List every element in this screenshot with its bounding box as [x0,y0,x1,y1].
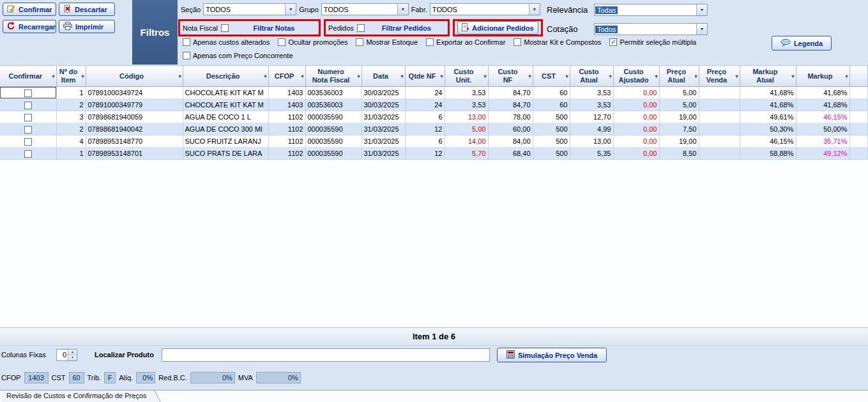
row-confirm-checkbox[interactable] [24,150,32,158]
row-confirm-checkbox[interactable] [24,102,32,109]
column-dropdown-icon[interactable]: ▾ [565,73,568,79]
row-confirm-checkbox[interactable] [24,114,32,121]
checkbox-apenas-com-preco-concorrente[interactable]: Apenas com Preço Concorrente [183,52,293,59]
confirmar-button[interactable]: Confirmar [3,3,56,16]
cell-confirmar [0,111,56,123]
grupo-combobox[interactable]: TODOS ▾ [321,3,409,15]
column-header-custo-unit[interactable]: Custo Unit.▾ [445,66,488,87]
cell-codigo: 07891000349724 [86,87,183,99]
cell-preco-atual: 7,50 [659,123,699,135]
cell-custo-nf: 84,00 [488,135,533,148]
stepper-up-icon[interactable]: ▲ [68,350,77,355]
grid-row-3[interactable]: 307898681940059AGUA DE COCO 1 L110200003… [0,111,868,123]
column-header-custo-atual[interactable]: Custo Atual▾ [570,66,613,87]
column-dropdown-icon[interactable]: ▾ [81,73,84,79]
item-counter-bar: Item 1 de 6 [0,328,868,346]
secao-combobox[interactable]: TODOS ▾ [203,3,296,15]
filtrar-notas-label[interactable]: Filtrar Notas [232,24,316,32]
chevron-down-icon[interactable]: ▾ [397,4,408,15]
imprimir-icon [63,22,72,31]
row-confirm-checkbox[interactable] [24,126,32,134]
cell-qtde-nf: 12 [405,148,445,160]
column-dropdown-icon[interactable]: ▾ [694,73,697,79]
column-header-qtde-nf[interactable]: Qtde NF▾ [405,66,445,87]
column-header-descricao[interactable]: Descrição▾ [183,66,268,87]
fabr-combobox[interactable]: TODOS ▾ [430,3,540,15]
status-fields: CFOP1403CST60Trib.FAlíq.0%Red.B.C.0%MVA0… [1,371,301,385]
localizar-produto-input[interactable] [162,348,490,362]
relevancia-combobox[interactable]: Todas ▾ [594,4,708,16]
column-dropdown-icon[interactable]: ▾ [440,73,443,79]
legenda-button[interactable]: Legenda [772,36,832,50]
grid-row-6[interactable]: 107898953148701SUCO PRATS DE LARA1102000… [0,148,868,160]
column-header-cst[interactable]: CST▾ [533,66,570,87]
column-header-label: CST [535,72,568,81]
filtrar-pedidos-checkbox[interactable] [357,24,365,32]
checkbox-apenas-custos-alterados[interactable]: Apenas custos alterados [183,38,270,46]
column-dropdown-icon[interactable]: ▾ [301,73,303,79]
chevron-down-icon[interactable]: ▾ [285,4,296,15]
cell-markup: 46,15% [796,111,849,123]
column-header-data[interactable]: Data▾ [362,66,405,87]
tab-revisao-de-custos[interactable]: Revisão de Custos e Confirmação de Preço… [1,390,152,402]
grid-row-2[interactable]: 207891000349779CHOCOLATE KIT KAT M140300… [0,99,868,111]
column-header-custo-ajustado[interactable]: Custo Ajustado▾ [613,66,659,87]
cell-preco-venda [699,111,740,123]
cell-custo-ajustado: 0,00 [613,123,659,135]
column-dropdown-icon[interactable]: ▾ [655,73,657,79]
chevron-down-icon[interactable]: ▾ [529,4,540,15]
column-dropdown-icon[interactable]: ▾ [609,73,611,79]
column-dropdown-icon[interactable]: ▾ [483,73,486,79]
cell-cst: 500 [533,111,570,123]
column-header-numero-nota-fiscal[interactable]: Numero Nota Fiscal▾ [305,66,362,87]
grupo-label: Grupo [299,6,319,13]
column-header-cfop[interactable]: CFOP▾ [268,66,305,87]
column-dropdown-icon[interactable]: ▾ [735,73,738,79]
grid-row-4[interactable]: 207898681940042AGUA DE COCO 300 MI110200… [0,123,868,135]
chevron-down-icon[interactable]: ▾ [696,4,707,15]
checkbox-box-icon [514,38,521,46]
chevron-down-icon[interactable]: ▾ [696,24,707,35]
recarregar-button[interactable]: Recarregar [3,20,56,33]
column-header-n-do-item[interactable]: Nº do Item▾ [56,66,86,87]
column-dropdown-icon[interactable]: ▾ [357,73,360,79]
simulacao-preco-venda-button[interactable]: Simulação Preço Venda [497,348,607,362]
row-confirm-checkbox[interactable] [24,138,32,146]
column-dropdown-icon[interactable]: ▾ [264,73,266,79]
colunas-fixas-stepper[interactable]: 0 ▲ ▼ [56,349,77,361]
cell-markup-atual: 46,15% [740,135,796,148]
checkbox-permitir-selecao-multipla[interactable]: ✓Permitir seleção múltipla [609,38,696,46]
column-header-label: Qtde NF [407,72,443,81]
grid-row-1[interactable]: 107891000349724CHOCOLATE KIT KAT M140300… [0,87,868,99]
imprimir-button[interactable]: Imprimir [59,20,115,33]
filtrar-pedidos-label[interactable]: Filtrar Pedidos [368,24,445,32]
adicionar-pedidos-button[interactable]: Adicionar Pedidos [457,21,538,35]
column-header-markup-atual[interactable]: Markup Atual▾ [740,66,796,87]
column-header-custo-nf[interactable]: Custo NF▾ [488,66,533,87]
row-confirm-checkbox[interactable] [24,89,32,97]
checkbox-mostrar-kit-e-compostos[interactable]: Mostrar Kit e Compostos [514,38,601,46]
grid-row-5[interactable]: 407898953148770SUCO FRUITZ LARANJ1102000… [0,135,868,148]
checkbox-mostrar-estoque[interactable]: Mostrar Estoque [356,38,418,46]
column-dropdown-icon[interactable]: ▾ [845,73,848,79]
legenda-label: Legenda [794,40,823,47]
column-header-label: Custo NF [490,68,531,84]
filtrar-notas-checkbox[interactable] [221,24,229,32]
column-header-preco-atual[interactable]: Preço Atual▾ [659,66,699,87]
checkbox-ocultar-promocoes[interactable]: Ocultar promoções [278,38,347,46]
cell-n-do-item: 2 [56,123,86,135]
checkbox-label: Permitir seleção múltipla [620,38,696,46]
column-dropdown-icon[interactable]: ▾ [400,73,403,79]
column-dropdown-icon[interactable]: ▾ [528,73,531,79]
column-dropdown-icon[interactable]: ▾ [178,73,181,79]
checkbox-exportar-ao-confirmar[interactable]: Exportar ao Confirmar [426,38,505,46]
column-header-markup[interactable]: Markup▾ [796,66,849,87]
column-header-codigo[interactable]: Código▾ [86,66,183,87]
descartar-button[interactable]: Descartar [59,3,115,16]
column-header-confirmar[interactable]: Confirmar▾ [0,66,56,87]
column-dropdown-icon[interactable]: ▾ [791,73,794,79]
column-dropdown-icon[interactable]: ▾ [52,73,54,79]
cotacao-combobox[interactable]: Todos ▾ [594,23,708,35]
stepper-down-icon[interactable]: ▼ [68,355,77,360]
column-header-preco-venda[interactable]: Preço Venda▾ [699,66,740,87]
